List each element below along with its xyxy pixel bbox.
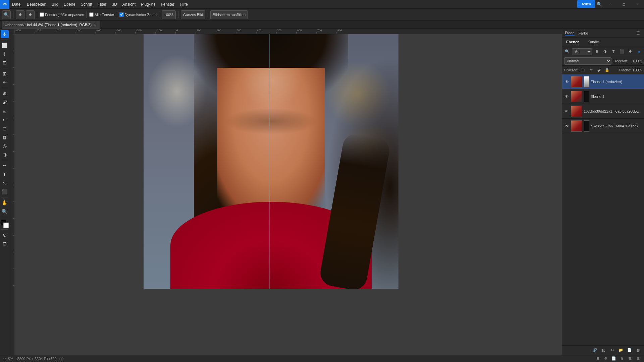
ebenen-tab[interactable]: Ebenen [562, 38, 584, 47]
collapse-icon[interactable]: ⊟ [635, 355, 641, 362]
close-button[interactable]: ✕ [631, 0, 644, 9]
expand-icon[interactable]: ⊞ [627, 355, 633, 362]
screen-mode-tool[interactable]: ⊟ [1, 240, 9, 248]
layer-name-1: Ebene 1 [591, 95, 642, 99]
kanale-tab[interactable]: Kanäle [584, 38, 603, 47]
add-mask-btn[interactable]: ⊙ [608, 347, 616, 354]
filter-type-select[interactable]: Art [572, 48, 592, 55]
fit-image-button[interactable]: Ganzes Bild [181, 10, 205, 19]
layers-filter-bar: 🔍 Art ⊟ ◑ T ⬛ ⊕ ● [562, 47, 644, 56]
new-layer-status-btn[interactable]: 📄 [610, 355, 617, 362]
rectangle-marquee-tool[interactable]: ⬜ [1, 41, 9, 49]
fix-pixel-icon[interactable]: ✏ [588, 67, 594, 73]
crop-tool[interactable]: ⊞ [1, 70, 9, 78]
layer-item-2[interactable]: 👁 1b7dbb39dd21a1...0a5fcda93d5e72 [562, 104, 644, 119]
dynamic-zoom-check[interactable]: Dynamischer Zoom [119, 12, 157, 17]
layer-visibility-3[interactable]: 👁 [564, 123, 570, 129]
menu-schrift[interactable]: Schrift [78, 0, 95, 9]
pen-tool[interactable]: ✒ [1, 162, 9, 170]
path-select-tool[interactable]: ↖ [1, 179, 9, 187]
layer-item-1[interactable]: 👁 Ebene 1 [562, 89, 644, 104]
ruler-left [9, 34, 15, 355]
minimize-button[interactable]: – [604, 0, 617, 9]
fit-window-check[interactable]: Fenstergröße anpassen [40, 12, 84, 17]
menu-datei[interactable]: Datei [9, 0, 24, 9]
shape-tool[interactable]: ⬛ [1, 188, 9, 196]
eyedropper-tool[interactable]: ✏ [1, 78, 9, 86]
settings-icon[interactable]: ⚙ [602, 355, 609, 362]
zoom-100-button[interactable]: ⊕ [16, 10, 24, 19]
layer-visibility-1[interactable]: 👁 [564, 94, 570, 99]
tab-close-button[interactable]: × [93, 23, 97, 27]
ruler-corner [9, 29, 15, 34]
maximize-button[interactable]: □ [617, 0, 631, 9]
toolbar-separator-3 [87, 11, 87, 18]
canvas-drawing-area[interactable] [15, 34, 562, 355]
move-tool[interactable]: ✛ [1, 30, 9, 38]
link-layers-btn[interactable]: 🔗 [591, 347, 598, 354]
filter-pixel-icon[interactable]: ⊟ [593, 48, 600, 55]
lasso-tool[interactable]: ⌇ [1, 50, 9, 58]
new-group-btn[interactable]: 📁 [617, 347, 625, 354]
fix-brush-icon[interactable]: 🖌 [596, 67, 602, 73]
canvas-dark-right [398, 34, 562, 289]
clone-stamp-tool[interactable]: ⎁ [1, 107, 9, 115]
brush-tool[interactable]: 🖌 [1, 98, 9, 106]
panel-menu-icon[interactable]: ☰ [635, 30, 641, 37]
object-select-tool[interactable]: ⊡ [1, 59, 9, 67]
tool-separator-6 [1, 217, 8, 217]
history-brush-tool[interactable]: ↩ [1, 116, 9, 124]
layer-visibility-0[interactable]: 👁 [564, 79, 570, 84]
fix-all-icon[interactable]: 🔒 [604, 67, 610, 73]
menu-fenster[interactable]: Fenster [158, 0, 177, 9]
layer-visibility-2[interactable]: 👁 [564, 109, 570, 114]
menu-plugins[interactable]: Plug-ins [138, 0, 158, 9]
filter-toggle[interactable]: ● [635, 48, 643, 55]
eye-shadow [224, 108, 318, 135]
arrange-icon[interactable]: ⊟ [594, 355, 601, 362]
delete-layer-btn[interactable]: 🗑 [635, 347, 642, 354]
svg-text:600: 600 [297, 29, 302, 32]
gradient-tool[interactable]: ▦ [1, 133, 9, 141]
tool-separator-5 [1, 197, 8, 197]
fix-position-icon[interactable]: ⊞ [580, 67, 586, 73]
share-button[interactable]: Teilen [577, 0, 595, 8]
filter-shape-icon[interactable]: ⬛ [618, 48, 626, 55]
photo-canvas [144, 34, 398, 289]
opacity-value: 100% [630, 59, 642, 63]
quick-mask-tool[interactable]: ⊙ [1, 231, 9, 239]
zoom-in-button[interactable]: ⊕ [26, 10, 35, 19]
filter-adjust-icon[interactable]: ◑ [601, 48, 609, 55]
menu-ansicht[interactable]: Ansicht [120, 0, 138, 9]
zoom-tool[interactable]: 🔍 [1, 207, 9, 216]
add-style-btn[interactable]: fx [600, 347, 607, 354]
zoom-out-button[interactable]: 🔍 [2, 10, 11, 19]
hand-tool[interactable]: ✋ [1, 199, 9, 207]
blend-mode-select[interactable]: Normal [564, 57, 611, 65]
menu-bild[interactable]: Bild [49, 0, 61, 9]
layer-item-0[interactable]: 👁 Ebene 1 (reduziert) [562, 74, 644, 89]
menu-filter[interactable]: Filter [95, 0, 109, 9]
color-tab[interactable]: Farbe [579, 31, 588, 35]
menu-3d[interactable]: 3D [109, 0, 119, 9]
layer-item-3[interactable]: 👁 a6285cc59b6...6b0426d1be7 [562, 119, 644, 133]
eraser-tool[interactable]: ◻ [1, 124, 9, 132]
menu-hilfe[interactable]: Hilfe [177, 0, 191, 9]
color-swatch[interactable] [1, 220, 9, 228]
fill-screen-button[interactable]: Bildschirm ausfüllen [210, 10, 248, 19]
menu-bearbeiten[interactable]: Bearbeiten [24, 0, 49, 9]
blur-tool[interactable]: ◎ [1, 142, 9, 150]
paths-tab[interactable]: Pfade [565, 31, 575, 36]
filter-smart-icon[interactable]: ⊕ [627, 48, 634, 55]
all-windows-check[interactable]: Alle Fenster [89, 12, 114, 17]
document-tab[interactable]: Unbenannt-1 bei 44,8% (Ebene 1 (reduzier… [2, 21, 100, 29]
search-icon[interactable]: 🔍 [595, 0, 604, 9]
new-layer-btn[interactable]: 📄 [626, 347, 633, 354]
filter-type-icon[interactable]: T [610, 48, 617, 55]
type-tool[interactable]: T [1, 170, 9, 178]
blend-opacity-row: Normal Deckraft: 100% [562, 56, 644, 66]
spot-healing-tool[interactable]: ⊕ [1, 89, 9, 98]
menu-ebene[interactable]: Ebene [61, 0, 78, 9]
dodge-tool[interactable]: ◑ [1, 150, 9, 159]
delete-status-btn[interactable]: 🗑 [619, 355, 625, 362]
